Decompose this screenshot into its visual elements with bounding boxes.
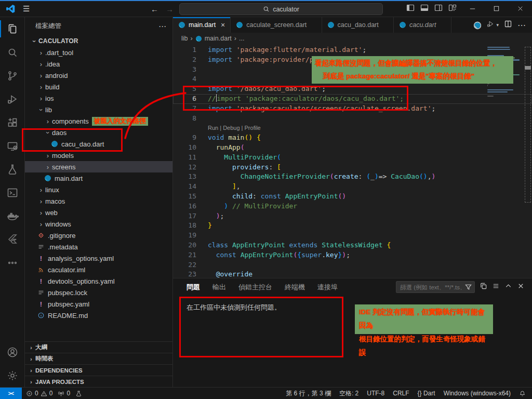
- code-line-2[interactable]: 2import 'package:provider/provider.dart'…: [173, 55, 532, 65]
- more-icon[interactable]: [0, 251, 25, 274]
- toggle-secondary-sidebar-icon[interactable]: [434, 4, 443, 14]
- sidebar-section-時間表[interactable]: ›時間表: [25, 353, 172, 364]
- code-line-23[interactable]: 23 @override: [173, 270, 532, 278]
- status-language-mode[interactable]: {} Dart: [418, 390, 435, 397]
- sidebar-section-DEPENDENCIES[interactable]: ›DEPENDENCIES: [25, 364, 172, 376]
- status-eol[interactable]: CRLF: [393, 390, 409, 397]
- tree-item-caculator.iml[interactable]: caculator.iml: [25, 264, 172, 275]
- panel-tab-終端機[interactable]: 終端機: [285, 283, 305, 292]
- code-line-7[interactable]: 7import 'package:caculator/screens/cacul…: [173, 104, 532, 114]
- tree-item-linux[interactable]: ›linux: [25, 184, 172, 195]
- code-line-21[interactable]: 21 const AppEntryPoint({super.key});: [173, 250, 532, 260]
- panel-tab-偵錯主控台[interactable]: 偵錯主控台: [238, 283, 272, 292]
- command-center-search[interactable]: caculator: [179, 3, 383, 15]
- maximize-button[interactable]: [484, 0, 508, 17]
- toggle-sidebar-icon[interactable]: [406, 4, 415, 14]
- dart-run-icon[interactable]: [473, 21, 481, 29]
- tree-item-screens[interactable]: ›screens: [25, 161, 172, 172]
- toggle-panel-icon[interactable]: [420, 4, 429, 14]
- extensions-icon[interactable]: [0, 111, 25, 134]
- code-line-16[interactable]: 16 ) // MultiProvider: [173, 202, 532, 211]
- tab-cacu_dao.dart[interactable]: cacu_dao.dart×: [322, 17, 394, 33]
- nav-back-icon[interactable]: ←: [151, 5, 158, 14]
- run-debug-icon[interactable]: [0, 87, 25, 111]
- tab-cacu.dart[interactable]: cacu.dart×: [394, 17, 451, 33]
- source-control-icon[interactable]: [0, 64, 25, 87]
- breadcrumb-file[interactable]: main.dart: [205, 35, 232, 42]
- nav-forward-icon[interactable]: →: [166, 5, 174, 14]
- tree-item-models[interactable]: ›models: [25, 150, 172, 161]
- remote-explorer-icon[interactable]: [0, 134, 25, 157]
- close-tab-icon[interactable]: ×: [221, 21, 225, 29]
- status-encoding[interactable]: UTF-8: [367, 390, 384, 397]
- tree-item-windows[interactable]: ›windows: [25, 218, 172, 230]
- tree-item-web[interactable]: ›web: [25, 207, 172, 218]
- tree-item-ios[interactable]: ›ios: [25, 92, 172, 104]
- tab-main.dart[interactable]: main.dart×: [173, 17, 231, 33]
- sidebar-section-JAVA PROJECTS[interactable]: ›JAVA PROJECTS: [25, 376, 172, 387]
- code-line-20[interactable]: 20class AppEntryPoint extends StatelessW…: [173, 241, 532, 250]
- code-line-6[interactable]: 6//import 'package:caculator/daos/cacu_d…: [173, 94, 532, 104]
- status-os-target[interactable]: Windows (windows-x64): [444, 390, 511, 397]
- ports-status[interactable]: 0: [58, 390, 70, 397]
- filter-input[interactable]: [400, 284, 464, 290]
- close-panel-icon[interactable]: [517, 282, 525, 292]
- code-line-19[interactable]: 19: [173, 231, 532, 241]
- code-line-18[interactable]: 18}: [173, 221, 532, 231]
- code-line-15[interactable]: 15 child: const AppEntryPoint(): [173, 192, 532, 202]
- scrollbar[interactable]: [525, 47, 531, 203]
- code-line-22[interactable]: 22: [173, 260, 532, 270]
- code-line-9[interactable]: 9void main() {: [173, 133, 532, 143]
- tree-item-.dart_tool[interactable]: ›.dart_tool: [25, 47, 172, 58]
- notifications-bell-icon[interactable]: [519, 390, 526, 397]
- run-and-debug-icon[interactable]: [486, 20, 495, 30]
- terminal-icon[interactable]: [0, 181, 25, 204]
- code-line-13[interactable]: 13 ChangeNotifierProvider(create: (_)=> …: [173, 172, 532, 182]
- breadcrumb[interactable]: lib › main.dart › ...: [173, 33, 532, 44]
- codelens[interactable]: Run | Debug | Profile: [173, 123, 532, 133]
- breadcrumb-more[interactable]: ...: [239, 35, 244, 42]
- panel-tab-連接埠[interactable]: 連接埠: [317, 283, 338, 292]
- search-icon[interactable]: [0, 41, 25, 64]
- problems-status[interactable]: 0 0: [26, 390, 52, 397]
- tree-item-cacu_dao.dart[interactable]: cacu_dao.dart: [25, 138, 172, 150]
- panel-tab-輸出[interactable]: 輸出: [212, 283, 226, 292]
- panel-tab-問題[interactable]: 問題: [187, 283, 200, 292]
- code-line-11[interactable]: 11 MultiProvider(: [173, 153, 532, 163]
- tree-item-pubspec.lock[interactable]: pubspec.lock: [25, 287, 172, 298]
- code-line-12[interactable]: 12 providers: [: [173, 163, 532, 172]
- settings-icon[interactable]: [0, 364, 25, 387]
- tree-item-macos[interactable]: ›macos: [25, 195, 172, 207]
- flutter-icon[interactable]: [0, 228, 25, 251]
- tree-item-analysis_options.yaml[interactable]: !analysis_options.yaml: [25, 252, 172, 264]
- minimize-button[interactable]: [460, 0, 484, 17]
- menu-icon[interactable]: ☰: [23, 4, 30, 14]
- code-line-17[interactable]: 17 );: [173, 211, 532, 221]
- breadcrumb-folder[interactable]: lib: [181, 35, 188, 42]
- code-line-3[interactable]: 3: [173, 65, 532, 75]
- tree-item-build[interactable]: ›build: [25, 81, 172, 92]
- code-line-10[interactable]: 10 runApp(: [173, 143, 532, 153]
- split-editor-icon[interactable]: [504, 20, 512, 30]
- code-line-4[interactable]: 4: [173, 74, 532, 84]
- tree-item-android[interactable]: ›android: [25, 70, 172, 81]
- problems-filter-input[interactable]: [396, 281, 475, 293]
- tree-item-.gitignore[interactable]: .gitignore: [25, 230, 172, 241]
- account-icon[interactable]: [0, 340, 25, 364]
- tree-item-.metadata[interactable]: .metadata: [25, 241, 172, 252]
- tree-item-pubspec.yaml[interactable]: !pubspec.yaml: [25, 298, 172, 310]
- docker-icon[interactable]: [0, 204, 25, 228]
- tree-item-main.dart[interactable]: main.dart: [25, 172, 172, 184]
- remote-indicator[interactable]: ><: [0, 388, 22, 399]
- sidebar-section-大綱[interactable]: ›大綱: [25, 341, 172, 353]
- tree-item-lib[interactable]: ›lib: [25, 104, 172, 115]
- code-line-14[interactable]: 14 ],: [173, 182, 532, 192]
- minimap[interactable]: [487, 47, 522, 98]
- tree-item-README.md[interactable]: README.md: [25, 310, 172, 321]
- close-window-button[interactable]: [508, 0, 532, 17]
- view-as-list-icon[interactable]: [492, 282, 500, 292]
- status-cursor-position[interactable]: 第 6 行，第 3 欄: [286, 389, 331, 398]
- explorer-more-actions-icon[interactable]: ⋯: [158, 22, 166, 31]
- run-dropdown-chevron-icon[interactable]: ▾: [496, 22, 499, 28]
- tab-caculate_screen.dart[interactable]: caculate_screen.dart×: [231, 17, 322, 33]
